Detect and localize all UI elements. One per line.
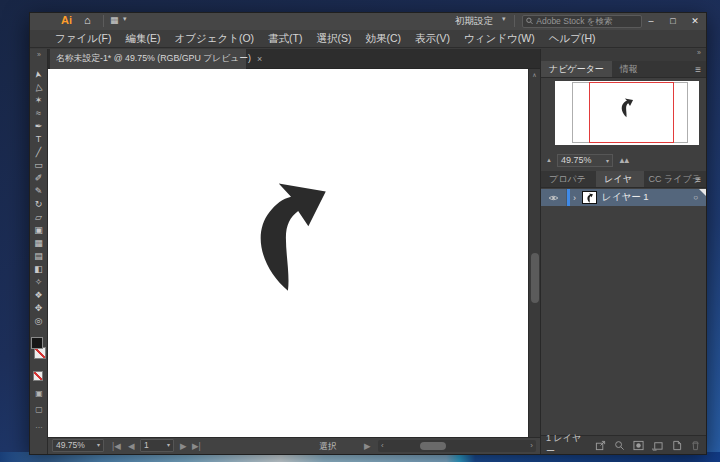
fill-swatch-black[interactable] [31, 337, 43, 349]
scroll-right-icon[interactable]: › [530, 440, 533, 452]
menu-window[interactable]: ウィンドウ(W) [457, 32, 542, 46]
chevron-down-icon[interactable]: ▾ [123, 15, 127, 23]
adobe-stock-search[interactable] [522, 15, 642, 28]
layer-target-icon[interactable]: ○ [693, 193, 698, 202]
tab-navigator[interactable]: ナビゲーター [541, 61, 612, 77]
search-input[interactable] [536, 16, 638, 26]
panel-menu-icon[interactable]: ≡ [695, 171, 701, 188]
eyedropper-tool[interactable]: ✧ [30, 276, 47, 289]
maximize-button[interactable]: □ [662, 13, 684, 30]
hand-tool[interactable]: ✥ [30, 302, 47, 315]
mesh-tool[interactable]: ▤ [30, 250, 47, 263]
menu-type[interactable]: 書式(T) [261, 32, 309, 46]
tab-properties[interactable]: プロパティ [541, 171, 596, 187]
layer-name[interactable]: レイヤー 1 [602, 191, 693, 204]
eye-icon [548, 194, 559, 202]
navigator-zoom-value: 49.75% [561, 155, 592, 165]
close-button[interactable]: ✕ [684, 13, 706, 30]
make-clipping-mask-button[interactable] [633, 440, 644, 451]
navigator-zoom-controls: ▲ 49.75% ▾ ▲▲ [541, 150, 706, 170]
zoom-level-field[interactable]: 49.75% ▾ [52, 439, 104, 452]
edit-toolbar-button[interactable]: … [30, 421, 48, 430]
blend-tool[interactable]: ❖ [30, 289, 47, 302]
new-sublayer-button[interactable] [652, 440, 663, 451]
search-icon [526, 17, 533, 25]
artboard-canvas[interactable] [48, 69, 528, 439]
minimize-button[interactable]: – [640, 13, 662, 30]
visibility-toggle[interactable] [541, 189, 567, 206]
status-menu-arrow[interactable]: ▶ [364, 438, 371, 454]
layers-panel: プロパティ レイヤー CC ライブラリ ≡ › [541, 171, 706, 454]
layer-count-label: 1 レイヤー [546, 432, 585, 458]
menu-select[interactable]: 選択(S) [309, 32, 358, 46]
home-icon[interactable]: ⌂ [84, 14, 91, 26]
pen-tool[interactable]: ✒ [30, 120, 47, 133]
tab-info[interactable]: 情報 [612, 61, 646, 77]
document-tab[interactable]: 名称未設定-1* @ 49.75% (RGB/GPU プレビュー) × [50, 49, 246, 69]
first-artboard-button[interactable]: |◀ [112, 438, 121, 454]
collect-for-export-button[interactable] [595, 440, 606, 451]
scale-tool[interactable]: ▱ [30, 211, 47, 224]
screen-mode-button[interactable]: ▢ [30, 405, 48, 414]
scroll-left-icon[interactable]: ‹ [381, 440, 384, 452]
shape-builder-tool[interactable]: ▣ [30, 224, 47, 237]
locate-object-button[interactable] [614, 440, 625, 451]
vertical-scroll-thumb[interactable] [531, 253, 539, 303]
direct-selection-tool[interactable]: ▷ [31, 78, 47, 97]
line-segment-tool[interactable]: ╱ [30, 146, 47, 159]
zoom-in-icon[interactable]: ▲▲ [618, 156, 628, 165]
layer-selected-corner [699, 189, 706, 196]
lasso-tool[interactable]: ≈ [30, 107, 47, 120]
navigator-preview[interactable] [555, 81, 699, 145]
arrange-documents-icon[interactable]: ▦ [110, 15, 119, 25]
horizontal-scrollbar[interactable]: ‹ › [378, 440, 536, 452]
zoom-tool[interactable]: ◎ [30, 315, 47, 328]
menu-edit[interactable]: 編集(E) [118, 32, 167, 46]
new-layer-button[interactable] [671, 440, 682, 451]
delete-layer-button[interactable] [690, 440, 701, 451]
workspace-switcher[interactable]: 初期設定 [455, 15, 493, 28]
navigator-tab-bar: ナビゲーター 情報 ≡ [541, 61, 706, 78]
expand-layer-icon[interactable]: › [573, 193, 582, 203]
pencil-tool[interactable]: ✎ [30, 185, 47, 198]
next-artboard-button[interactable]: ▶ [180, 438, 187, 454]
menu-help[interactable]: ヘルプ(H) [542, 32, 603, 46]
layer-color-bar [567, 189, 570, 206]
navigator-zoom-field[interactable]: 49.75% ▾ [557, 154, 613, 167]
divider [514, 15, 515, 27]
vertical-scrollbar[interactable]: ∧ [528, 69, 540, 439]
layer-row[interactable]: › レイヤー 1 ○ [541, 189, 706, 206]
chevron-down-icon: ▾ [167, 440, 170, 451]
illustrator-window: Ai ⌂ ▦ ▾ 初期設定 ▾ – □ ✕ ファイル(F) 編集(E) オブジェ… [29, 12, 707, 455]
menu-view[interactable]: 表示(V) [408, 32, 457, 46]
draw-mode-button[interactable]: ▣ [30, 389, 48, 398]
chevron-down-icon[interactable]: ▾ [502, 15, 506, 23]
close-tab-icon[interactable]: × [257, 54, 262, 64]
horizontal-scroll-thumb[interactable] [420, 442, 446, 450]
document-tab-bar: 名称未設定-1* @ 49.75% (RGB/GPU プレビュー) × [48, 49, 540, 69]
collapse-panels-icon[interactable]: » [541, 49, 706, 61]
rectangle-tool[interactable]: ▭ [30, 159, 47, 172]
rotate-tool[interactable]: ↻ [30, 198, 47, 211]
menu-object[interactable]: オブジェクト(O) [167, 32, 261, 46]
menu-effect[interactable]: 効果(C) [358, 32, 408, 46]
layer-thumbnail[interactable] [582, 191, 597, 204]
layers-tab-bar: プロパティ レイヤー CC ライブラリ ≡ [541, 171, 706, 188]
gradient-tool[interactable]: ◧ [30, 263, 47, 276]
artboard-number-field[interactable]: 1 ▾ [140, 439, 174, 452]
none-color-swatch[interactable] [33, 371, 43, 381]
layers-panel-footer: 1 レイヤー [541, 435, 706, 454]
scroll-up-icon[interactable]: ∧ [529, 69, 540, 78]
collapse-toolbar-icon[interactable]: » [30, 49, 47, 58]
paintbrush-tool[interactable]: ✐ [30, 172, 47, 185]
curved-arrow-artwork[interactable] [245, 176, 337, 294]
zoom-out-icon[interactable]: ▲ [546, 157, 552, 163]
last-artboard-button[interactable]: ▶| [192, 438, 201, 454]
tab-layers[interactable]: レイヤー [596, 171, 643, 187]
prev-artboard-button[interactable]: ◀ [128, 438, 135, 454]
type-tool[interactable]: T [30, 133, 47, 146]
menu-file[interactable]: ファイル(F) [48, 32, 118, 46]
panel-menu-icon[interactable]: ≡ [695, 61, 701, 78]
perspective-grid-tool[interactable]: ▦ [30, 237, 47, 250]
divider [103, 15, 104, 27]
